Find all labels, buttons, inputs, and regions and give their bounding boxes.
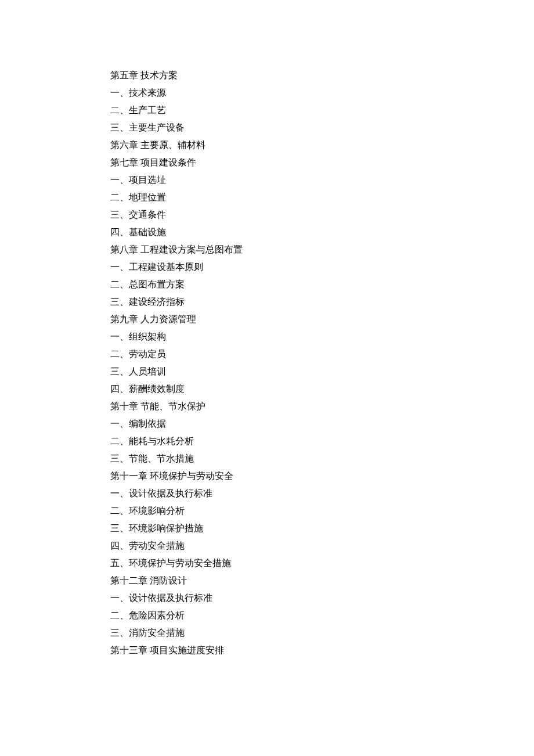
toc-entry: 三、消防安全措施: [110, 624, 424, 642]
toc-entry: 第十二章 消防设计: [110, 572, 424, 589]
toc-entry: 第十章 节能、节水保护: [110, 398, 424, 415]
toc-entry: 第七章 项目建设条件: [110, 154, 424, 171]
toc-entry: 一、设计依据及执行标准: [110, 485, 424, 502]
toc-entry: 二、地理位置: [110, 189, 424, 206]
table-of-contents: 第五章 技术方案 一、技术来源 二、生产工艺 三、主要生产设备 第六章 主要原、…: [110, 67, 424, 659]
toc-entry: 三、人员培训: [110, 363, 424, 380]
toc-entry: 五、环境保护与劳动安全措施: [110, 555, 424, 572]
toc-entry: 一、设计依据及执行标准: [110, 589, 424, 607]
toc-entry: 一、编制依据: [110, 415, 424, 433]
toc-entry: 二、劳动定员: [110, 345, 424, 363]
toc-entry: 一、工程建设基本原则: [110, 258, 424, 276]
toc-entry: 三、交通条件: [110, 206, 424, 224]
toc-entry: 三、建设经济指标: [110, 293, 424, 311]
toc-entry: 第九章 人力资源管理: [110, 311, 424, 328]
toc-entry: 三、环境影响保护措施: [110, 520, 424, 537]
toc-entry: 一、项目选址: [110, 171, 424, 189]
toc-entry: 第五章 技术方案: [110, 67, 424, 84]
toc-entry: 第六章 主要原、辅材料: [110, 136, 424, 154]
toc-entry: 三、主要生产设备: [110, 119, 424, 136]
toc-entry: 二、危险因素分析: [110, 607, 424, 624]
toc-entry: 四、基础设施: [110, 224, 424, 241]
toc-entry: 三、节能、节水措施: [110, 450, 424, 467]
toc-entry: 二、能耗与水耗分析: [110, 433, 424, 450]
toc-entry: 第十三章 项目实施进度安排: [110, 642, 424, 659]
toc-entry: 四、劳动安全措施: [110, 537, 424, 555]
toc-entry: 一、组织架构: [110, 328, 424, 345]
toc-entry: 二、环境影响分析: [110, 502, 424, 520]
toc-entry: 四、薪酬绩效制度: [110, 380, 424, 398]
toc-entry: 第十一章 环境保护与劳动安全: [110, 467, 424, 485]
toc-entry: 第八章 工程建设方案与总图布置: [110, 241, 424, 258]
toc-entry: 二、生产工艺: [110, 102, 424, 119]
toc-entry: 二、总图布置方案: [110, 276, 424, 293]
toc-entry: 一、技术来源: [110, 84, 424, 102]
